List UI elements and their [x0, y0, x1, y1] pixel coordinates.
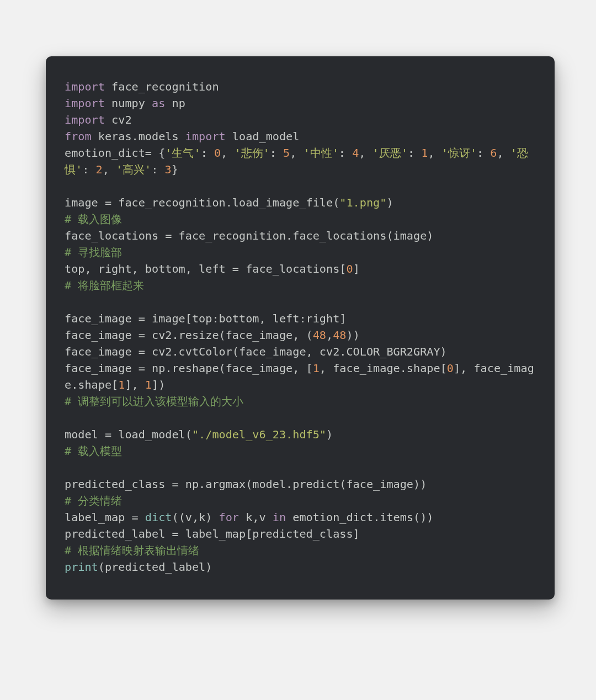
code-token-kw: from: [65, 130, 92, 143]
code-token-num: 3: [165, 163, 172, 176]
code-token-str: '中性': [304, 146, 339, 160]
code-token-num: 2: [95, 163, 102, 176]
code-token-num: 0: [447, 362, 454, 375]
code-token-num: 1: [118, 378, 125, 391]
code-token-num: 48: [313, 328, 326, 342]
code-token-str: '悲伤': [234, 146, 269, 160]
code-token-com: # 将脸部框起来: [65, 279, 144, 292]
code-token-com: # 根据情绪映射表输出情绪: [65, 544, 199, 557]
code-token-kw: import: [65, 80, 105, 93]
code-token-com: # 调整到可以进入该模型输入的大小: [65, 395, 243, 408]
code-block: import face_recognition import numpy as …: [65, 78, 536, 575]
code-token-kw: import: [185, 130, 226, 143]
code-token-com: # 寻找脸部: [65, 246, 122, 259]
code-token-com: # 载入图像: [65, 213, 122, 226]
code-token-num: 5: [283, 146, 290, 160]
code-token-kw: import: [65, 97, 105, 110]
code-token-str: '高兴': [116, 163, 151, 176]
code-token-str: "1.png": [339, 196, 386, 209]
code-card: import face_recognition import numpy as …: [46, 56, 555, 600]
code-token-num: 1: [145, 378, 152, 391]
code-token-fn: dict: [145, 511, 172, 524]
code-token-num: 0: [214, 146, 221, 160]
code-token-kw: as: [152, 97, 165, 110]
code-token-str: '惊讶': [441, 146, 477, 160]
code-token-num: 0: [346, 262, 353, 275]
code-token-com: # 载入模型: [65, 444, 122, 458]
code-token-str: '生气': [165, 146, 200, 160]
code-token-kw: for: [219, 511, 239, 524]
code-token-num: 6: [490, 146, 497, 160]
code-token-num: 1: [313, 362, 320, 375]
code-token-kw: in: [273, 511, 286, 524]
code-token-kw: import: [65, 113, 105, 126]
code-token-fn: print: [65, 560, 98, 574]
code-token-num: 4: [352, 146, 359, 160]
code-token-num: 48: [333, 328, 346, 342]
code-token-num: 1: [421, 146, 428, 160]
code-token-com: # 分类情绪: [65, 494, 122, 507]
code-token-str: '厌恶': [372, 146, 408, 160]
code-token-str: "./model_v6_23.hdf5": [192, 428, 326, 441]
